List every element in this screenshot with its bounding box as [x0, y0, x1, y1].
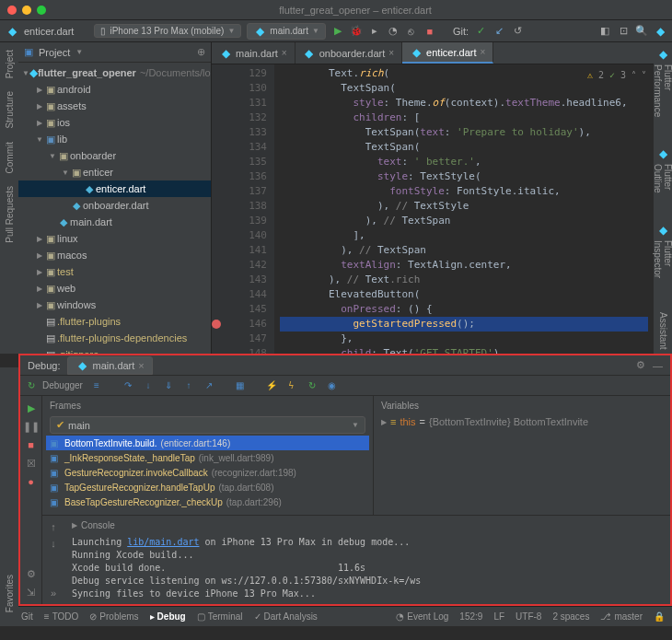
- close-icon[interactable]: [7, 6, 17, 15]
- up-icon[interactable]: ↑: [51, 521, 56, 532]
- console-output[interactable]: Launching lib/main.dart on iPhone 13 Pro…: [64, 534, 670, 602]
- tree-item[interactable]: ▶▣linux: [18, 230, 211, 247]
- frame-row[interactable]: ▣TapGestureRecognizer.handleTapUp (tap.d…: [46, 480, 369, 495]
- editor-tab[interactable]: ◆onboarder.dart×: [295, 42, 402, 64]
- hot-restart-icon[interactable]: ↻: [306, 380, 319, 390]
- status-problems[interactable]: ⊘ Problems: [89, 611, 138, 622]
- close-icon[interactable]: ×: [282, 48, 287, 58]
- expand-icon[interactable]: ▼: [48, 152, 57, 160]
- tab-pull-requests[interactable]: Pull Requests: [3, 184, 17, 245]
- more-icon[interactable]: »: [51, 588, 56, 599]
- thread-selector[interactable]: ✔ main ▼: [50, 416, 365, 434]
- expand-icon[interactable]: ▼: [35, 135, 44, 144]
- expand-icon[interactable]: ▼: [61, 169, 70, 177]
- attach-icon[interactable]: ⎋: [405, 26, 418, 37]
- expand-icon[interactable]: ▶: [35, 285, 44, 293]
- inspect-icon[interactable]: ⊡: [617, 25, 630, 37]
- expand-icon[interactable]: ▶: [35, 235, 44, 243]
- line-separator[interactable]: LF: [493, 611, 504, 622]
- debug-tab[interactable]: ◆ main.dart ×: [67, 356, 152, 375]
- status-debug[interactable]: ▸ Debug: [150, 611, 186, 622]
- step-out-icon[interactable]: ↑: [182, 380, 195, 390]
- step-over-icon[interactable]: ↷: [122, 380, 134, 390]
- expand-icon[interactable]: ▶: [35, 86, 44, 94]
- project-header[interactable]: ▣ Project ▼ ⊕: [18, 42, 211, 63]
- tab-commit[interactable]: Commit: [3, 140, 17, 175]
- pin-icon[interactable]: ⇲: [25, 586, 38, 599]
- down-icon[interactable]: ↓: [51, 538, 56, 549]
- close-icon[interactable]: ×: [481, 47, 486, 57]
- force-step-into-icon[interactable]: ⇓: [162, 380, 175, 390]
- tree-item[interactable]: ▤.flutter-plugins: [18, 313, 211, 330]
- code-editor[interactable]: 129 130 131 132 133 134 135 136 137 138 …: [212, 64, 654, 354]
- git-history-icon[interactable]: ↺: [511, 25, 524, 37]
- run-config-selector[interactable]: ◆ main.dart ▼: [247, 23, 326, 40]
- hot-reload-icon[interactable]: ⚡: [265, 380, 278, 390]
- warning-icon[interactable]: ⚠: [587, 68, 593, 83]
- tree-item[interactable]: ▤.gitignore: [18, 346, 211, 354]
- editor-tab[interactable]: ◆main.dart×: [212, 42, 295, 64]
- mute-bp-icon[interactable]: ●: [25, 475, 38, 488]
- variable-row[interactable]: ▶ ≡ this = {BottomTextInvite} BottomText…: [374, 414, 670, 429]
- bolt-icon[interactable]: ϟ: [285, 380, 298, 390]
- editor-tab[interactable]: ◆enticer.dart×: [402, 42, 493, 64]
- tree-item[interactable]: ▶▣android: [18, 81, 211, 98]
- evaluate-icon[interactable]: ▦: [234, 380, 247, 390]
- expand-icon[interactable]: ▶: [35, 251, 44, 260]
- tree-item[interactable]: ▶▣web: [18, 280, 211, 297]
- minimize-icon[interactable]: [22, 6, 31, 15]
- link-main[interactable]: lib/main.dart: [127, 537, 199, 547]
- status-terminal[interactable]: ▢ Terminal: [197, 611, 243, 622]
- tree-item[interactable]: ▼▣lib: [18, 131, 211, 147]
- expand-icon[interactable]: ▶: [381, 418, 387, 426]
- chevron-icon[interactable]: ˄ ˅: [631, 68, 646, 83]
- lock-icon[interactable]: 🔒: [654, 611, 665, 622]
- devtools-icon[interactable]: ◧: [598, 25, 611, 37]
- tree-item[interactable]: ▼▣onboarder: [18, 147, 211, 164]
- tree-item[interactable]: ◆enticer.dart: [18, 180, 211, 197]
- minimize-icon[interactable]: —: [653, 360, 663, 371]
- frame-row[interactable]: ▣BottomTextInvite.build. (enticer.dart:1…: [46, 436, 369, 450]
- encoding[interactable]: UTF-8: [516, 611, 541, 622]
- cursor-position[interactable]: 152:9: [459, 611, 482, 622]
- stop-icon[interactable]: ■: [423, 26, 436, 37]
- tab-flutter-inspector[interactable]: Flutter Inspector: [651, 237, 672, 308]
- breakpoint-icon[interactable]: [212, 320, 221, 329]
- frame-row[interactable]: ▣_InkResponseState._handleTap (ink_well.…: [46, 450, 369, 465]
- tab-project[interactable]: Project: [3, 48, 17, 80]
- status-todo[interactable]: ≡ TODO: [44, 611, 79, 622]
- git-pull-icon[interactable]: ↙: [492, 25, 505, 37]
- expand-icon[interactable]: ▶: [35, 301, 44, 309]
- tab-flutter-performance[interactable]: Flutter Performance: [651, 61, 672, 147]
- tree-item[interactable]: ▶▣test: [18, 263, 211, 280]
- breakpoints-icon[interactable]: ☒: [25, 457, 38, 470]
- run-to-cursor-icon[interactable]: ↗: [203, 380, 215, 390]
- search-icon[interactable]: 🔍: [635, 25, 648, 37]
- expand-icon[interactable]: ▶: [35, 102, 44, 111]
- git-branch[interactable]: ⎇ master: [600, 611, 643, 622]
- console-label[interactable]: ▶Console: [64, 516, 670, 534]
- expand-icon[interactable]: ▶: [35, 268, 44, 276]
- tab-structure[interactable]: Structure: [3, 89, 17, 131]
- tree-item[interactable]: ▤.flutter-plugins-dependencies: [18, 330, 211, 346]
- tab-flutter-outline[interactable]: Flutter Outline: [651, 160, 672, 224]
- rerun-icon[interactable]: ↻: [28, 380, 35, 390]
- window-controls[interactable]: [7, 6, 46, 15]
- ok-icon[interactable]: ✓: [609, 68, 615, 83]
- expand-icon[interactable]: ▶: [35, 119, 44, 127]
- run-icon[interactable]: ▶: [331, 25, 344, 37]
- frame-row[interactable]: ▣GestureRecognizer.invokeCallback (recog…: [46, 465, 369, 480]
- indent[interactable]: 2 spaces: [552, 611, 589, 622]
- tab-favorites[interactable]: Favorites: [5, 575, 15, 612]
- stop-icon[interactable]: ■: [25, 438, 38, 451]
- tree-item[interactable]: ▼▣enticer: [18, 164, 211, 180]
- tree-item[interactable]: ▶▣assets: [18, 98, 211, 114]
- tab-assistant[interactable]: Assistant: [656, 308, 670, 354]
- zoom-icon[interactable]: [37, 6, 46, 15]
- frame-row[interactable]: ▣BaseTapGestureRecognizer._checkUp (tap.…: [46, 495, 369, 509]
- status-dart[interactable]: ✓ Dart Analysis: [254, 611, 318, 622]
- settings-icon[interactable]: ⊕: [197, 46, 205, 58]
- threads-icon[interactable]: ≡: [90, 380, 103, 390]
- device-selector[interactable]: ▯ iPhone 13 Pro Max (mobile) ▼: [94, 24, 241, 38]
- resume-icon[interactable]: ▶: [25, 401, 38, 414]
